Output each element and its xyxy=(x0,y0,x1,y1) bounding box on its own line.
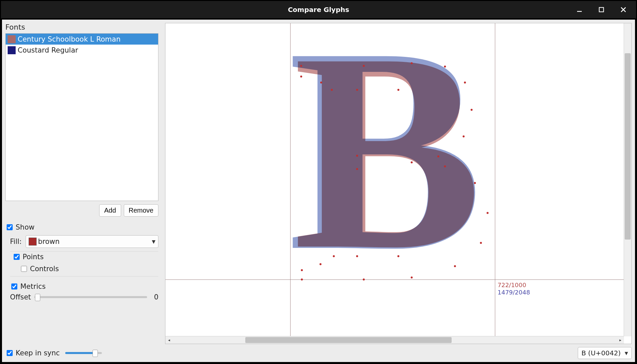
fill-label: Fill: xyxy=(10,238,22,246)
keep-in-sync-checkbox[interactable]: Keep in sync xyxy=(5,349,60,357)
font-list-item[interactable]: Century Schoolbook L Roman xyxy=(6,34,158,45)
font-name: Coustard Regular xyxy=(18,46,78,54)
close-button[interactable] xyxy=(618,4,629,15)
controls-label: Controls xyxy=(30,265,59,273)
svg-point-30 xyxy=(397,255,399,257)
svg-point-19 xyxy=(474,182,476,184)
maximize-button[interactable] xyxy=(596,4,607,15)
svg-point-3 xyxy=(300,76,302,78)
points-checkbox[interactable]: Points xyxy=(12,253,158,261)
svg-point-16 xyxy=(437,155,439,157)
offset-value: 0 xyxy=(150,293,158,301)
fill-combo[interactable]: brown ▼ xyxy=(26,235,158,248)
svg-rect-1 xyxy=(599,8,604,12)
svg-point-18 xyxy=(444,165,446,167)
svg-point-20 xyxy=(487,212,489,214)
svg-point-8 xyxy=(301,269,303,271)
svg-point-26 xyxy=(356,155,358,157)
svg-point-9 xyxy=(301,278,303,280)
metrics-label: Metrics xyxy=(20,282,46,290)
minimize-icon xyxy=(576,7,582,13)
add-button[interactable]: Add xyxy=(99,204,121,217)
svg-point-29 xyxy=(397,89,399,91)
svg-point-4 xyxy=(320,82,322,84)
window-title: Compare Glyphs xyxy=(1,6,636,14)
bottom-bar: Keep in sync B (U+0042) ▼ xyxy=(5,346,632,360)
svg-point-23 xyxy=(411,276,413,278)
show-checkbox-input[interactable] xyxy=(7,224,13,230)
chevron-down-icon: ▼ xyxy=(152,239,155,244)
svg-point-28 xyxy=(356,255,358,257)
font-list[interactable]: Century Schoolbook L Roman Coustard Regu… xyxy=(5,33,158,201)
content: Fonts Century Schoolbook L Roman Coustar… xyxy=(5,23,632,360)
svg-point-10 xyxy=(363,65,365,67)
metrics-checkbox-input[interactable] xyxy=(11,283,17,289)
svg-point-17 xyxy=(411,161,413,163)
metric-width-2: 1479/2048 xyxy=(498,289,530,296)
svg-point-21 xyxy=(480,242,482,244)
svg-point-24 xyxy=(363,278,365,280)
points-label: Points xyxy=(23,253,44,261)
horizontal-scrollbar[interactable]: ◂ ▸ xyxy=(165,336,624,344)
keep-in-sync-input[interactable] xyxy=(7,350,13,356)
window: Compare Glyphs Fonts Century Schoolbook … xyxy=(0,0,637,364)
keep-in-sync-label: Keep in sync xyxy=(16,349,60,357)
show-label: Show xyxy=(16,223,35,231)
chevron-down-icon: ▼ xyxy=(625,351,628,356)
minimize-button[interactable] xyxy=(574,4,585,15)
font-name: Century Schoolbook L Roman xyxy=(18,35,120,43)
font-buttons: Add Remove xyxy=(5,204,158,217)
glyph-canvas-panel: B B xyxy=(165,23,632,344)
points-checkbox-input[interactable] xyxy=(14,254,20,260)
vertical-scrollbar[interactable] xyxy=(624,23,631,336)
maximize-icon xyxy=(599,7,604,12)
glyph-select[interactable]: B (U+0042) ▼ xyxy=(578,347,632,359)
remove-button[interactable]: Remove xyxy=(124,204,158,217)
svg-point-14 xyxy=(471,109,473,111)
titlebar[interactable]: Compare Glyphs xyxy=(1,1,636,18)
sync-slider[interactable] xyxy=(65,352,102,354)
left-panel: Fonts Century Schoolbook L Roman Coustar… xyxy=(5,23,158,344)
glyph-canvas[interactable]: B B xyxy=(165,23,624,336)
fill-value: brown xyxy=(38,238,60,246)
glyph-select-value: B (U+0042) xyxy=(581,349,621,357)
metrics-checkbox[interactable]: Metrics xyxy=(10,282,158,290)
font-swatch xyxy=(8,46,16,54)
scroll-left-icon[interactable]: ◂ xyxy=(165,336,173,344)
close-icon xyxy=(620,7,626,13)
svg-point-6 xyxy=(333,255,335,257)
client-area: Fonts Century Schoolbook L Roman Coustar… xyxy=(2,19,635,362)
svg-point-7 xyxy=(319,263,321,265)
svg-point-25 xyxy=(356,89,358,91)
svg-point-2 xyxy=(300,65,302,67)
font-list-item[interactable]: Coustard Regular xyxy=(6,45,158,56)
fonts-label: Fonts xyxy=(5,23,158,31)
window-controls xyxy=(574,1,635,18)
offset-slider-thumb[interactable] xyxy=(35,294,40,301)
svg-point-12 xyxy=(444,66,446,68)
svg-point-13 xyxy=(464,82,466,84)
controls-checkbox-input[interactable] xyxy=(21,266,27,272)
offset-slider[interactable] xyxy=(34,296,147,298)
metric-width-1: 722/1000 xyxy=(498,281,526,288)
scroll-right-icon[interactable]: ▸ xyxy=(617,336,624,344)
svg-point-22 xyxy=(454,265,456,267)
offset-label: Offset xyxy=(10,293,31,301)
show-checkbox[interactable]: Show xyxy=(5,223,158,231)
fill-swatch xyxy=(29,238,37,246)
svg-point-5 xyxy=(331,89,333,91)
points-overlay xyxy=(165,23,621,323)
vscroll-thumb[interactable] xyxy=(625,53,631,240)
svg-point-11 xyxy=(411,62,413,64)
sync-slider-thumb[interactable] xyxy=(93,350,98,357)
svg-rect-0 xyxy=(577,11,582,12)
svg-point-27 xyxy=(356,168,358,170)
font-swatch xyxy=(8,35,16,43)
controls-checkbox[interactable]: Controls xyxy=(20,265,158,273)
svg-point-15 xyxy=(463,135,465,137)
hscroll-thumb[interactable] xyxy=(245,337,452,343)
